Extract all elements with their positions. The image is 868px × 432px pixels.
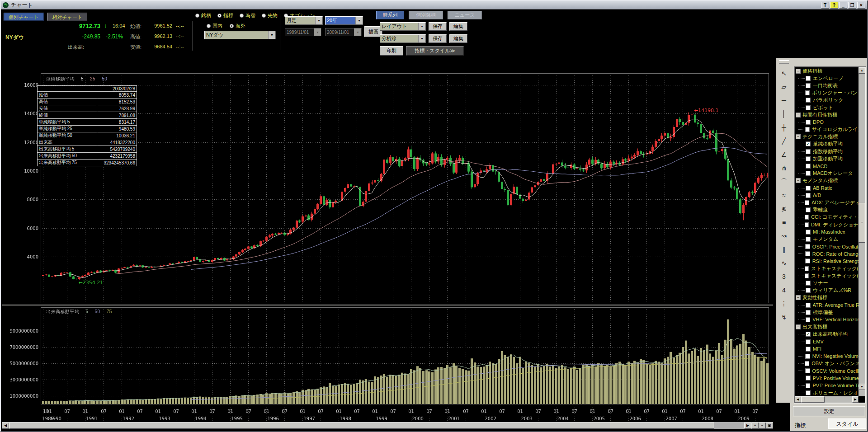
chevron-down-icon[interactable]: ▼	[268, 31, 275, 39]
tree-item-MACD[interactable]: MACD	[795, 162, 859, 169]
collapse-icon[interactable]: −	[796, 113, 801, 117]
checkbox[interactable]	[805, 368, 810, 373]
tree-item-AB Ratio[interactable]: AB Ratio	[795, 184, 859, 192]
trend-line-tool-icon[interactable]: ╱	[778, 135, 790, 147]
toolbar-grip[interactable]	[779, 60, 789, 64]
scroll-down-button[interactable]: ▼	[859, 384, 865, 390]
select-tool-icon[interactable]: ↖	[778, 67, 790, 79]
tree-group-変動性指標[interactable]: −変動性指標	[795, 294, 859, 301]
tree-item-エンベロープ[interactable]: エンベロープ	[795, 75, 859, 82]
tree-item-CCI: コモディティ・チャ[interactable]: CCI: コモディティ・チャ	[795, 214, 859, 221]
checkbox[interactable]	[806, 98, 811, 103]
checkbox[interactable]	[805, 251, 810, 256]
checkbox[interactable]	[806, 281, 811, 286]
tree-item-サイコロジカルライン[interactable]: サイコロジカルライン	[795, 126, 859, 133]
speed-line-tool-icon[interactable]: ≶	[778, 203, 790, 215]
checkbox[interactable]	[805, 215, 809, 220]
line-save-button[interactable]: 保存	[429, 34, 447, 43]
indicator-style-button[interactable]: 指標・スタイル≫	[406, 46, 464, 56]
tree-item-ADX: アベレージディレ[interactable]: ADX: アベレージディレ	[795, 199, 859, 206]
scroll-right-button[interactable]: ▶	[852, 396, 859, 403]
checkbox[interactable]	[806, 149, 811, 154]
zigzag-tool-icon[interactable]: ∿	[778, 257, 790, 269]
gann-fan-tool-icon[interactable]: ⋔	[778, 162, 790, 174]
tree-item-ROC: Rate of Change[interactable]: ROC: Rate of Change	[795, 250, 859, 258]
checkbox[interactable]	[805, 266, 809, 271]
date-from-picker[interactable]: 1989/11/01 ▼	[285, 28, 321, 36]
radio-category-為替[interactable]: 為替	[240, 12, 255, 19]
chevron-down-icon[interactable]: ▼	[355, 17, 363, 24]
tree-item-NVI: Negative Volume[interactable]: NVI: Negative Volume	[795, 352, 859, 360]
tree-item-ピボット[interactable]: ピボット	[795, 104, 859, 111]
checkbox[interactable]	[806, 339, 811, 344]
layout-save-button[interactable]: 保存	[429, 22, 447, 31]
tree-item-MACDオシレータ[interactable]: MACDオシレータ	[795, 170, 859, 177]
zoom-out-button[interactable]: −	[759, 423, 766, 429]
date-to-picker[interactable]: 2009/11/01 ▼	[325, 28, 362, 36]
tree-item-出来高移動平均[interactable]: ✓出来高移動平均	[795, 331, 859, 338]
checkbox[interactable]	[806, 83, 811, 88]
checkbox[interactable]	[805, 258, 810, 263]
tree-item-指数移動平均[interactable]: 指数移動平均	[795, 148, 859, 155]
scroll-right-button[interactable]: ▶	[744, 423, 751, 429]
tree-group-期間有用性指標[interactable]: −期間有用性指標	[795, 111, 859, 118]
checkbox[interactable]	[806, 207, 811, 212]
checkbox[interactable]	[806, 120, 811, 125]
tab-individual-chart[interactable]: 個別チャート	[4, 13, 44, 21]
checkbox[interactable]	[805, 90, 810, 95]
text-size-button[interactable]: T	[821, 2, 829, 9]
checkbox[interactable]	[806, 230, 811, 235]
checkbox[interactable]	[806, 376, 811, 380]
close-button[interactable]: ×	[857, 2, 865, 9]
channel-tool-icon[interactable]: ∥	[778, 244, 790, 255]
zoom-in-button[interactable]: +	[751, 423, 759, 429]
checkbox[interactable]	[806, 383, 811, 388]
checkbox[interactable]	[806, 171, 811, 176]
tree-vertical-scrollbar[interactable]: ▲ ≡ ▼	[859, 67, 865, 396]
checkbox[interactable]	[805, 361, 809, 366]
radio-region-海外[interactable]: 海外	[230, 23, 245, 29]
tree-horizontal-scrollbar[interactable]: ◀ ▶	[795, 396, 859, 403]
tree-item-パラボリック[interactable]: パラボリック	[795, 97, 859, 104]
tree-item-EMV[interactable]: EMV	[795, 338, 859, 345]
arc-tool-icon[interactable]: ⌒	[778, 176, 790, 188]
checkbox[interactable]	[805, 200, 809, 205]
tree-group-テクニカル指標[interactable]: −テクニカル指標	[795, 133, 859, 141]
tree-item-OSCP: Price Oscillato[interactable]: OSCP: Price Oscillato	[795, 243, 859, 250]
tree-group-価格指標[interactable]: −価格指標	[795, 67, 859, 75]
tree-item-ボリンジャー・バンド[interactable]: ボリンジャー・バンド	[795, 89, 859, 97]
vertical-line-tool-icon[interactable]: │	[778, 108, 790, 120]
checkbox[interactable]	[806, 164, 811, 169]
tree-item-ATR: Average True R[interactable]: ATR: Average True R	[795, 301, 859, 309]
collapse-icon[interactable]: −	[796, 324, 801, 329]
tree-item-MFI[interactable]: MFI	[795, 345, 859, 352]
symbol-select[interactable]: NYダウ ▼	[204, 31, 276, 39]
checkbox[interactable]	[806, 317, 811, 322]
tree-group-モメンタム指標[interactable]: −モメンタム指標	[795, 177, 859, 184]
radio-region-国内[interactable]: 国内	[207, 23, 222, 29]
zoom-reset-button[interactable]: ▣	[766, 423, 773, 429]
tree-item-MI: MassIndex[interactable]: MI: MassIndex	[795, 228, 859, 235]
analysis-line-select[interactable]: 分析線 ▼	[380, 34, 426, 43]
horizontal-line-tool-icon[interactable]: ─	[778, 94, 790, 106]
checkbox[interactable]: ✓	[806, 332, 811, 337]
minimize-button[interactable]: _	[839, 2, 847, 9]
tree-item-DPO[interactable]: DPO	[795, 118, 859, 126]
title-bar[interactable]: ϟ チャート T?_❐×	[1, 1, 867, 9]
checkbox[interactable]	[806, 156, 811, 161]
tree-scrollbar-thumb[interactable]: ≡	[859, 203, 865, 243]
tree-item-OBV: オン・バランス・[interactable]: OBV: オン・バランス・	[795, 360, 859, 367]
gann-arc-tool-icon[interactable]: ≈	[778, 189, 790, 201]
checkbox[interactable]	[806, 237, 811, 242]
collapse-icon[interactable]: −	[796, 295, 801, 300]
tab-style[interactable]: スタイル	[828, 418, 866, 429]
freehand-trend-tool-icon[interactable]: ↝	[778, 230, 790, 242]
scrollbar-thumb[interactable]	[9, 423, 714, 429]
tree-item-単純移動平均[interactable]: ✓単純移動平均	[795, 141, 859, 148]
checkbox[interactable]: ✓	[806, 141, 811, 146]
pencil-tool-icon[interactable]: ↯	[778, 311, 790, 323]
tree-item-PVI: Positive Volume[interactable]: PVI: Positive Volume	[795, 375, 859, 382]
view-button-時系列[interactable]: 時系列	[376, 11, 404, 19]
radio-category-銘柄[interactable]: 銘柄	[195, 12, 211, 19]
tree-item-OSCV: Volume Oscilla[interactable]: OSCV: Volume Oscilla	[795, 367, 859, 375]
